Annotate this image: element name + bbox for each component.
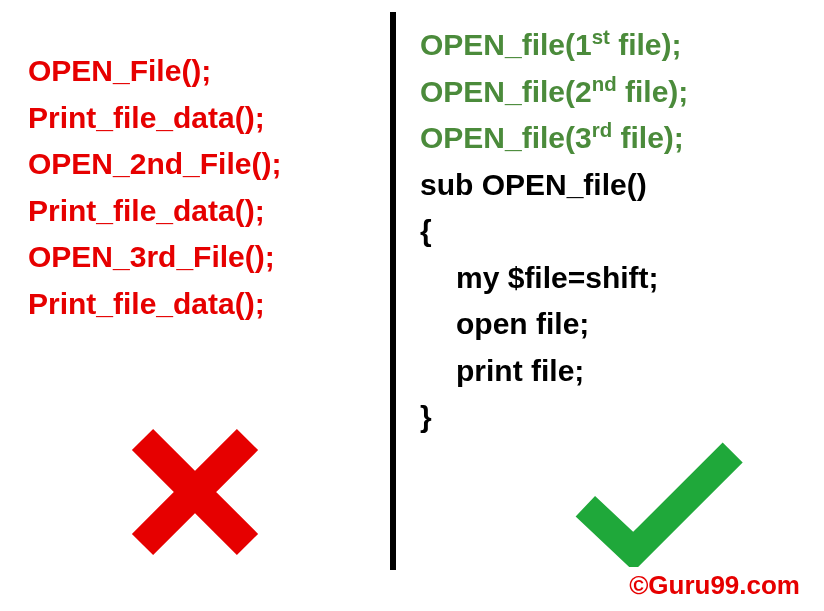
good-call-line: OPEN_file(1st file); <box>420 22 814 69</box>
ordinal-superscript: nd <box>592 73 617 95</box>
call-text: file); <box>612 121 684 154</box>
bad-code-line: Print_file_data(); <box>28 188 380 235</box>
bad-code-line: Print_file_data(); <box>28 281 380 328</box>
copyright-text: ©Guru99.com <box>629 570 800 601</box>
good-call-line: OPEN_file(3rd file); <box>420 115 814 162</box>
bad-approach-panel: OPEN_File(); Print_file_data(); OPEN_2nd… <box>0 0 390 611</box>
good-approach-panel: OPEN_file(1st file); OPEN_file(2nd file)… <box>390 0 824 611</box>
brace-close: } <box>420 394 814 441</box>
sub-body-line: open file; <box>420 301 814 348</box>
bad-code-line: Print_file_data(); <box>28 95 380 142</box>
call-text: OPEN_file(2 <box>420 75 592 108</box>
sub-body-line: my $file=shift; <box>420 255 814 302</box>
bad-code-line: OPEN_File(); <box>28 48 380 95</box>
check-icon <box>574 437 744 571</box>
call-text: OPEN_file(3 <box>420 121 592 154</box>
sub-body-line: print file; <box>420 348 814 395</box>
ordinal-superscript: st <box>592 26 610 48</box>
bad-code-line: OPEN_2nd_File(); <box>28 141 380 188</box>
ordinal-superscript: rd <box>592 119 612 141</box>
bad-code-line: OPEN_3rd_File(); <box>28 234 380 281</box>
sub-definition-line: sub OPEN_file() <box>420 162 814 209</box>
call-text: file); <box>610 28 682 61</box>
brace-open: { <box>420 208 814 255</box>
cross-icon <box>120 417 270 571</box>
call-text: OPEN_file(1 <box>420 28 592 61</box>
good-call-line: OPEN_file(2nd file); <box>420 69 814 116</box>
call-text: file); <box>617 75 689 108</box>
